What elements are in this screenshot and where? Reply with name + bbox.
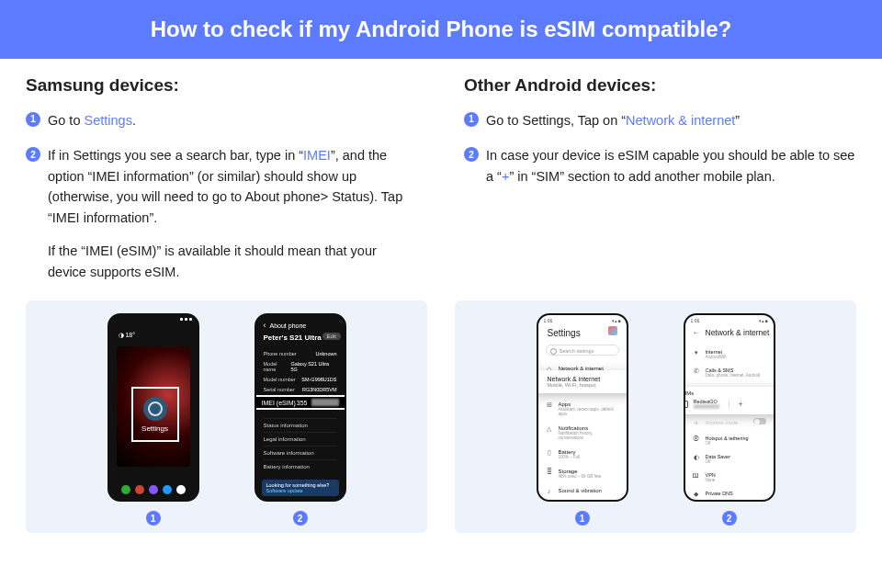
samsung-screenshot-2: ‹About phone Peter's S21 Ultra Edit Phon… bbox=[254, 313, 346, 526]
footer-card: Looking for something else? Software upd… bbox=[262, 480, 339, 496]
other-step-2: 2 In case your device is eSIM capable yo… bbox=[464, 145, 856, 187]
hotspot-icon: ⦿ bbox=[693, 435, 700, 443]
screenshot-badge: 2 bbox=[722, 511, 737, 526]
list-item: Software information bbox=[264, 446, 337, 459]
bell-icon: △ bbox=[546, 425, 553, 433]
settings-highlight: Settings bbox=[131, 387, 179, 442]
redacted bbox=[311, 399, 339, 406]
sound-icon: ♪ bbox=[546, 488, 553, 495]
network-internet-callout: Network & internet Mobile, Wi-Fi, hotspo… bbox=[537, 370, 628, 393]
redacted bbox=[694, 404, 719, 409]
item-sub: AndroidWifi bbox=[706, 355, 727, 359]
search-settings: Search settings bbox=[546, 345, 619, 356]
dns-icon: ◆ bbox=[693, 491, 700, 498]
network-internet-link[interactable]: Network & internet bbox=[626, 113, 735, 128]
samsung-gallery: ◑ 18° Settings 1 ‹About phone Peter's S2… bbox=[26, 300, 427, 533]
sims-callout: SIMs RedteaGO + bbox=[684, 387, 775, 414]
item-sub: None bbox=[706, 478, 716, 482]
item-sub: Data, phone, internet, Android bbox=[706, 373, 761, 378]
settings-label: Settings bbox=[141, 424, 168, 433]
text: ” bbox=[735, 113, 740, 128]
apps-icon: ⊞ bbox=[546, 401, 553, 409]
calls-icon: ✆ bbox=[693, 368, 700, 375]
text: . bbox=[132, 113, 136, 128]
label: Phone number bbox=[264, 351, 297, 356]
other-step-1: 1 Go to Settings, Tap on “Network & inte… bbox=[464, 110, 856, 130]
other-heading: Other Android devices: bbox=[464, 75, 856, 96]
phone-mock: 1:06▾▴■ ← Network & internet ▾InternetAn… bbox=[684, 313, 775, 502]
item-sub: Off bbox=[706, 441, 749, 446]
text: Go to bbox=[48, 113, 85, 128]
item-title: Private DNS bbox=[706, 491, 733, 496]
text: Go to Settings, Tap on “ bbox=[486, 113, 626, 128]
item-sub: Off bbox=[706, 459, 731, 464]
step-badge: 2 bbox=[26, 147, 40, 162]
imei-esim-label: IMEI (eSIM) bbox=[262, 400, 296, 406]
edit-button: Edit bbox=[322, 333, 341, 340]
other-screenshot-1: 1:06▾▴■ Settings Search settings ◇Networ… bbox=[537, 313, 628, 526]
label: Serial number bbox=[264, 387, 295, 392]
plus-icon: + bbox=[739, 400, 743, 409]
value: Galaxy S21 Ultra 5G bbox=[291, 361, 337, 372]
samsung-column: Samsung devices: 1 Go to Settings. 2 If … bbox=[26, 75, 418, 297]
battery-icon: ▯ bbox=[546, 449, 553, 457]
columns: Samsung devices: 1 Go to Settings. 2 If … bbox=[0, 59, 882, 297]
device-name: Peter's S21 Ultra bbox=[264, 334, 322, 342]
samsung-step-1: 1 Go to Settings. bbox=[26, 110, 418, 130]
phone-mock: 1:06▾▴■ Settings Search settings ◇Networ… bbox=[537, 313, 628, 502]
deco-icon bbox=[608, 326, 617, 335]
step-badge: 2 bbox=[464, 147, 479, 162]
screenshot-badge: 1 bbox=[146, 511, 161, 526]
samsung-step-2: 2 If in Settings you see a search bar, t… bbox=[26, 145, 418, 282]
sim-icon bbox=[684, 401, 688, 408]
gallery-row: ◑ 18° Settings 1 ‹About phone Peter's S2… bbox=[0, 300, 882, 533]
toggle-icon bbox=[753, 418, 766, 424]
vpn-icon: ⚿ bbox=[693, 472, 700, 480]
imei-esim-callout: IMEI (eSIM) 355 bbox=[254, 395, 346, 410]
text: ” in “SIM” section to add another mobile… bbox=[509, 169, 775, 184]
other-screenshot-2: 1:06▾▴■ ← Network & internet ▾InternetAn… bbox=[684, 313, 775, 526]
imei-prefix: 355 bbox=[297, 400, 308, 406]
other-gallery: 1:06▾▴■ Settings Search settings ◇Networ… bbox=[455, 300, 856, 533]
text: If the “IMEI (eSIM)” is available it sho… bbox=[48, 241, 418, 282]
back-icon: ← bbox=[693, 328, 701, 337]
weather-widget: ◑ 18° bbox=[119, 332, 136, 339]
other-column: Other Android devices: 1 Go to Settings,… bbox=[464, 75, 856, 297]
wifi-icon: ▾ bbox=[693, 349, 700, 356]
item-sub: 100% – Full bbox=[559, 455, 581, 459]
step-badge: 1 bbox=[464, 112, 479, 127]
settings-title: Settings bbox=[548, 328, 581, 338]
footer-link: Software update bbox=[266, 488, 334, 493]
text: If in Settings you see a search bar, typ… bbox=[48, 148, 303, 163]
settings-link[interactable]: Settings bbox=[85, 113, 132, 128]
label: Model name bbox=[264, 361, 291, 372]
step-badge: 1 bbox=[26, 112, 40, 127]
item-title: Sound & vibration bbox=[559, 488, 602, 493]
dock bbox=[109, 485, 198, 494]
label: Model number bbox=[264, 377, 296, 382]
phone-mock: ◑ 18° Settings bbox=[107, 313, 199, 502]
item-sub: Assistant, recent apps, default apps bbox=[559, 407, 619, 416]
network-internet-title: Network & internet bbox=[706, 328, 770, 337]
value: Unknown bbox=[316, 351, 337, 356]
item-sub: Notification history, conversations bbox=[559, 431, 619, 440]
about-phone-label: About phone bbox=[270, 322, 307, 329]
value: SM-G998U1DS bbox=[301, 377, 336, 382]
page-title: How to check if my Android Phone is eSIM… bbox=[0, 0, 882, 59]
list-item: Battery information bbox=[264, 459, 337, 473]
item-title: Airplane mode bbox=[706, 420, 738, 425]
value: RG3N0DR5VM bbox=[302, 387, 337, 392]
gear-icon bbox=[143, 397, 167, 421]
callout-sub: Mobile, Wi-Fi, hotspot bbox=[548, 382, 628, 388]
imei-link[interactable]: IMEI bbox=[303, 148, 331, 163]
list-item: Status information bbox=[264, 418, 337, 432]
airplane-icon: ✈ bbox=[693, 420, 700, 427]
item-title: Hotspot & tethering bbox=[706, 435, 749, 441]
list-item: Legal information bbox=[264, 432, 337, 446]
datasaver-icon: ◐ bbox=[693, 454, 700, 461]
item-title: VPN bbox=[706, 472, 716, 478]
sims-header: SIMs bbox=[684, 390, 775, 396]
back-icon: ‹ bbox=[264, 321, 266, 330]
item-sub: 46% used – 69 GB free bbox=[559, 474, 602, 479]
screenshot-badge: 2 bbox=[293, 511, 308, 526]
